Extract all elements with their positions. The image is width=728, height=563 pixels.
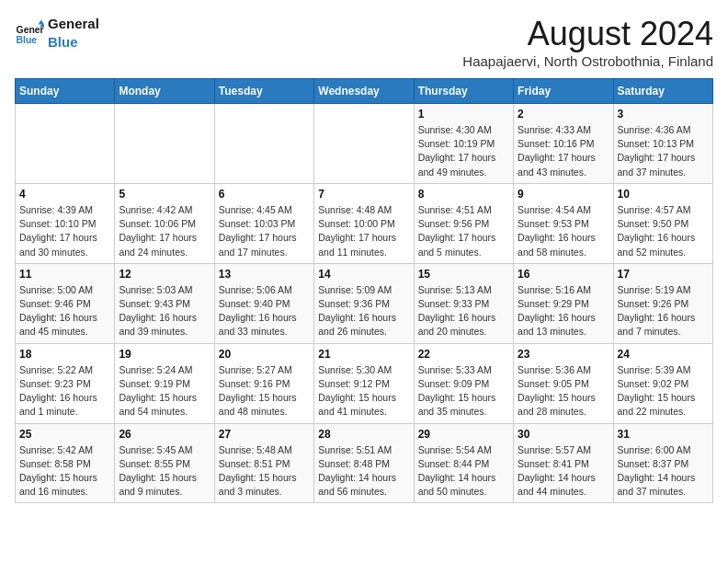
title-section: August 2024 Haapajaervi, North Ostroboth… <box>462 15 713 69</box>
day-cell: 6Sunrise: 4:45 AM Sunset: 10:03 PM Dayli… <box>214 183 313 263</box>
day-cell: 22Sunrise: 5:33 AM Sunset: 9:09 PM Dayli… <box>414 343 513 423</box>
svg-text:Blue: Blue <box>17 35 38 45</box>
header-row: SundayMondayTuesdayWednesdayThursdayFrid… <box>16 79 713 104</box>
day-info: Sunrise: 5:22 AM Sunset: 9:23 PM Dayligh… <box>19 363 110 419</box>
day-info: Sunrise: 4:57 AM Sunset: 9:50 PM Dayligh… <box>618 203 709 259</box>
day-cell: 8Sunrise: 4:51 AM Sunset: 9:56 PM Daylig… <box>414 183 513 263</box>
day-cell: 9Sunrise: 4:54 AM Sunset: 9:53 PM Daylig… <box>514 183 613 263</box>
main-title: August 2024 <box>462 15 713 53</box>
day-number: 14 <box>318 268 409 281</box>
day-info: Sunrise: 4:45 AM Sunset: 10:03 PM Daylig… <box>219 203 310 259</box>
day-info: Sunrise: 4:54 AM Sunset: 9:53 PM Dayligh… <box>518 203 609 259</box>
day-number: 18 <box>19 348 110 361</box>
calendar-table: SundayMondayTuesdayWednesdayThursdayFrid… <box>15 78 713 503</box>
col-header-sunday: Sunday <box>16 79 115 104</box>
day-number: 3 <box>618 108 709 121</box>
day-number: 22 <box>418 348 509 361</box>
day-cell: 14Sunrise: 5:09 AM Sunset: 9:36 PM Dayli… <box>314 263 414 343</box>
day-info: Sunrise: 5:36 AM Sunset: 9:05 PM Dayligh… <box>518 363 609 419</box>
day-number: 25 <box>19 428 110 441</box>
day-cell: 20Sunrise: 5:27 AM Sunset: 9:16 PM Dayli… <box>214 343 313 423</box>
day-cell: 11Sunrise: 5:00 AM Sunset: 9:46 PM Dayli… <box>16 263 115 343</box>
day-cell: 7Sunrise: 4:48 AM Sunset: 10:00 PM Dayli… <box>314 183 414 263</box>
page-header: General Blue General Blue August 2024 Ha… <box>15 15 713 69</box>
svg-text:General: General <box>17 25 44 35</box>
week-row-5: 25Sunrise: 5:42 AM Sunset: 8:58 PM Dayli… <box>16 423 713 503</box>
day-info: Sunrise: 5:33 AM Sunset: 9:09 PM Dayligh… <box>418 363 509 419</box>
day-cell: 16Sunrise: 5:16 AM Sunset: 9:29 PM Dayli… <box>514 263 613 343</box>
day-cell: 21Sunrise: 5:30 AM Sunset: 9:12 PM Dayli… <box>314 343 414 423</box>
week-row-3: 11Sunrise: 5:00 AM Sunset: 9:46 PM Dayli… <box>16 263 713 343</box>
day-cell: 30Sunrise: 5:57 AM Sunset: 8:41 PM Dayli… <box>514 423 613 503</box>
week-row-2: 4Sunrise: 4:39 AM Sunset: 10:10 PM Dayli… <box>16 183 713 263</box>
day-info: Sunrise: 5:27 AM Sunset: 9:16 PM Dayligh… <box>219 363 310 419</box>
day-number: 8 <box>418 188 509 201</box>
day-info: Sunrise: 4:39 AM Sunset: 10:10 PM Daylig… <box>19 203 110 259</box>
day-number: 16 <box>518 268 609 281</box>
day-number: 7 <box>318 188 409 201</box>
day-number: 2 <box>518 108 609 121</box>
day-number: 4 <box>19 188 110 201</box>
day-number: 12 <box>119 268 210 281</box>
day-cell: 15Sunrise: 5:13 AM Sunset: 9:33 PM Dayli… <box>414 263 513 343</box>
day-info: Sunrise: 5:42 AM Sunset: 8:58 PM Dayligh… <box>19 443 110 500</box>
day-number: 17 <box>618 268 709 281</box>
svg-marker-2 <box>39 19 44 24</box>
day-cell: 27Sunrise: 5:48 AM Sunset: 8:51 PM Dayli… <box>214 423 313 503</box>
col-header-wednesday: Wednesday <box>314 79 414 104</box>
day-info: Sunrise: 4:48 AM Sunset: 10:00 PM Daylig… <box>318 203 409 259</box>
logo: General Blue General Blue <box>15 15 99 51</box>
day-cell <box>314 104 414 184</box>
day-cell: 5Sunrise: 4:42 AM Sunset: 10:06 PM Dayli… <box>115 183 214 263</box>
day-number: 29 <box>418 428 509 441</box>
day-number: 21 <box>318 348 409 361</box>
day-cell: 25Sunrise: 5:42 AM Sunset: 8:58 PM Dayli… <box>16 423 115 503</box>
day-cell: 26Sunrise: 5:45 AM Sunset: 8:55 PM Dayli… <box>115 423 214 503</box>
day-number: 6 <box>219 188 310 201</box>
day-info: Sunrise: 5:03 AM Sunset: 9:43 PM Dayligh… <box>119 283 210 339</box>
day-cell: 29Sunrise: 5:54 AM Sunset: 8:44 PM Dayli… <box>414 423 513 503</box>
day-number: 30 <box>518 428 609 441</box>
subtitle: Haapajaervi, North Ostrobothnia, Finland <box>462 53 713 69</box>
day-number: 5 <box>119 188 210 201</box>
day-number: 19 <box>119 348 210 361</box>
day-info: Sunrise: 4:36 AM Sunset: 10:13 PM Daylig… <box>618 123 709 179</box>
day-info: Sunrise: 5:57 AM Sunset: 8:41 PM Dayligh… <box>518 443 609 500</box>
day-cell: 19Sunrise: 5:24 AM Sunset: 9:19 PM Dayli… <box>115 343 214 423</box>
day-info: Sunrise: 4:42 AM Sunset: 10:06 PM Daylig… <box>119 203 210 259</box>
day-cell: 17Sunrise: 5:19 AM Sunset: 9:26 PM Dayli… <box>613 263 712 343</box>
day-cell: 12Sunrise: 5:03 AM Sunset: 9:43 PM Dayli… <box>115 263 214 343</box>
day-info: Sunrise: 5:00 AM Sunset: 9:46 PM Dayligh… <box>19 283 110 339</box>
day-info: Sunrise: 5:13 AM Sunset: 9:33 PM Dayligh… <box>418 283 509 339</box>
col-header-friday: Friday <box>514 79 613 104</box>
logo-blue: Blue <box>48 33 99 52</box>
day-cell: 28Sunrise: 5:51 AM Sunset: 8:48 PM Dayli… <box>314 423 414 503</box>
week-row-1: 1Sunrise: 4:30 AM Sunset: 10:19 PM Dayli… <box>16 104 713 184</box>
day-cell <box>214 104 313 184</box>
day-number: 28 <box>318 428 409 441</box>
day-info: Sunrise: 5:30 AM Sunset: 9:12 PM Dayligh… <box>318 363 409 419</box>
day-number: 31 <box>618 428 709 441</box>
day-cell: 10Sunrise: 4:57 AM Sunset: 9:50 PM Dayli… <box>613 183 712 263</box>
day-info: Sunrise: 5:51 AM Sunset: 8:48 PM Dayligh… <box>318 443 409 500</box>
day-number: 1 <box>418 108 509 121</box>
day-number: 23 <box>518 348 609 361</box>
col-header-tuesday: Tuesday <box>214 79 313 104</box>
col-header-thursday: Thursday <box>414 79 513 104</box>
day-cell: 18Sunrise: 5:22 AM Sunset: 9:23 PM Dayli… <box>16 343 115 423</box>
day-number: 11 <box>19 268 110 281</box>
day-cell: 31Sunrise: 6:00 AM Sunset: 8:37 PM Dayli… <box>613 423 712 503</box>
day-info: Sunrise: 5:48 AM Sunset: 8:51 PM Dayligh… <box>219 443 310 500</box>
day-info: Sunrise: 5:19 AM Sunset: 9:26 PM Dayligh… <box>618 283 709 339</box>
col-header-saturday: Saturday <box>613 79 712 104</box>
week-row-4: 18Sunrise: 5:22 AM Sunset: 9:23 PM Dayli… <box>16 343 713 423</box>
day-cell: 23Sunrise: 5:36 AM Sunset: 9:05 PM Dayli… <box>514 343 613 423</box>
day-info: Sunrise: 5:16 AM Sunset: 9:29 PM Dayligh… <box>518 283 609 339</box>
day-number: 10 <box>618 188 709 201</box>
day-number: 20 <box>219 348 310 361</box>
logo-icon: General Blue <box>15 18 44 48</box>
day-info: Sunrise: 5:54 AM Sunset: 8:44 PM Dayligh… <box>418 443 509 500</box>
day-info: Sunrise: 5:24 AM Sunset: 9:19 PM Dayligh… <box>119 363 210 419</box>
day-number: 26 <box>119 428 210 441</box>
day-cell: 24Sunrise: 5:39 AM Sunset: 9:02 PM Dayli… <box>613 343 712 423</box>
